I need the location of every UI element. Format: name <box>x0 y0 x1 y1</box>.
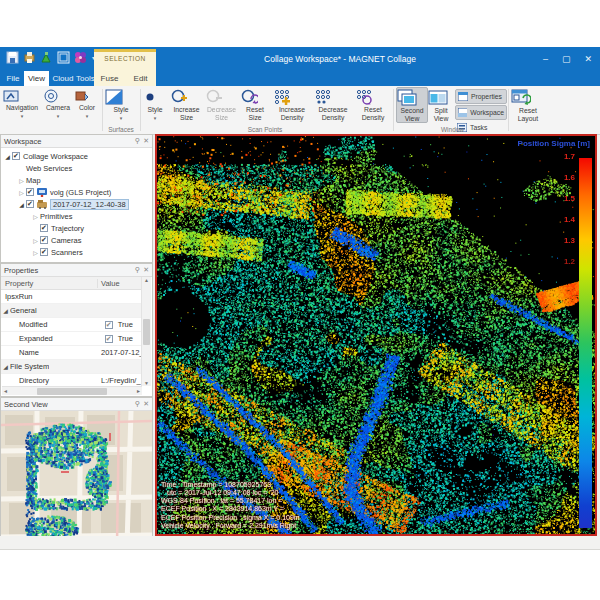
colorbar-tick: 1.4 <box>545 215 575 224</box>
property-row[interactable]: Name 2017-07-12_12-40-38 <box>1 346 142 360</box>
scroll-down-arrow: ▼ <box>144 380 149 386</box>
pin-icon[interactable]: ⚲ <box>135 400 140 408</box>
scroll-left-arrow: ◄ <box>3 388 8 394</box>
second-view-panel-title: Second View <box>4 400 132 409</box>
scroll-thumb <box>143 319 150 345</box>
maximize-button[interactable]: ▢ <box>562 54 571 64</box>
decrease-density-icon <box>314 89 352 105</box>
reset-density-icon <box>355 89 391 105</box>
property-row[interactable]: Expanded ✔True <box>1 332 142 346</box>
close-panel-icon[interactable]: ✕ <box>143 137 149 145</box>
colorbar-tick: 1.3 <box>545 236 575 245</box>
overlay-precision-line: ECEF Position Precision : sigma X = 0.10… <box>161 514 300 522</box>
tab-view[interactable]: View <box>24 71 49 86</box>
tree-item-cameras[interactable]: ▷✔Cameras <box>3 234 152 246</box>
colorbar-gradient <box>579 158 592 528</box>
contextual-gold-bar <box>94 49 156 52</box>
tree-item-run-2017-07-12[interactable]: ◢✔ 2017-07-12_12-40-38 <box>3 198 152 210</box>
vertical-scrollbar[interactable]: ▲▼ <box>141 277 151 386</box>
reset-layout-icon <box>511 89 545 106</box>
scan-points-group-label: Scan Points <box>180 126 350 133</box>
ribbon: Navigation ▾ Camera ▾ Color ▾ Style ▾ S <box>0 86 600 135</box>
window-title: Collage Workspace* - MAGNET Collage <box>160 47 520 71</box>
tree-item-scanners[interactable]: ▷✔Scanners <box>3 246 152 258</box>
navigation-button[interactable]: Navigation ▾ <box>3 88 41 120</box>
overlay-time-line: Time : Timestamp = 108705925763 <box>161 481 300 489</box>
pin-icon[interactable]: ⚲ <box>135 266 140 274</box>
overlay-utc-line: utc = 2017-Jul-12 09:47:08 loc = '20 <box>161 489 300 497</box>
properties-grid-header[interactable]: Property Value <box>1 277 142 290</box>
tab-cloud[interactable]: Cloud <box>50 71 76 86</box>
overlay-velocity-line: Vehicle Velocity : Forward = 2.291m/s Ri… <box>161 522 300 530</box>
scroll-right-arrow: ► <box>136 388 141 394</box>
tree-item-collage-workspace[interactable]: ◢✔Collage Workspace <box>3 150 152 162</box>
pin-icon[interactable]: ⚲ <box>135 137 140 145</box>
contextual-group-label: SELECTION <box>94 55 156 62</box>
point-cloud-canvas[interactable] <box>157 136 595 534</box>
property-group-general[interactable]: ◢General <box>1 304 142 318</box>
color-icon <box>74 89 100 103</box>
surface-style-button[interactable]: Style ▾ <box>105 88 137 122</box>
tree-item-volg-project[interactable]: ▷✔ volg (GLS Project) <box>3 186 152 198</box>
second-view-map[interactable] <box>1 411 152 545</box>
horizontal-scrollbar[interactable]: ◄► <box>2 386 142 395</box>
workspace-panel-title: Workspace <box>4 137 132 146</box>
split-view-button[interactable]: Split View <box>428 88 454 122</box>
column-value: Value <box>97 279 120 288</box>
toggle-workspace[interactable]: Workspace <box>455 105 507 120</box>
project-icon <box>37 188 47 197</box>
increase-density-button[interactable]: Increase Density <box>273 88 311 121</box>
close-panel-icon[interactable]: ✕ <box>143 266 149 274</box>
minimize-button[interactable]: – <box>543 54 548 64</box>
tree-item-map[interactable]: ▷Map <box>3 174 152 186</box>
increase-density-icon <box>273 89 311 105</box>
navigation-icon <box>3 89 41 103</box>
point-style-button[interactable]: Style ▾ <box>142 88 168 122</box>
app-window: ▾ Collage Workspace* - MAGNET Collage – … <box>0 47 600 550</box>
tab-file[interactable]: File <box>3 71 23 86</box>
decrease-size-icon <box>205 89 238 105</box>
reset-size-button[interactable]: Reset Size <box>240 88 270 121</box>
surfaces-group-label: Surfaces <box>96 126 146 133</box>
camera-button[interactable]: Camera ▾ <box>43 88 73 120</box>
tab-fuse[interactable]: Fuse <box>94 71 125 86</box>
workspace-panel: Workspace ⚲ ✕ ◢✔Collage Workspace Web Se… <box>0 134 153 263</box>
close-button[interactable]: ✕ <box>584 54 592 64</box>
save-all-icon[interactable] <box>57 51 70 64</box>
second-view-button[interactable]: Second View <box>396 87 428 123</box>
reset-size-icon <box>240 89 270 105</box>
tree-item-web-services[interactable]: Web Services <box>3 162 152 174</box>
print-icon[interactable] <box>23 51 36 64</box>
reset-density-button[interactable]: Reset Density <box>355 88 391 121</box>
increase-size-button[interactable]: Increase Size <box>170 88 203 121</box>
window-group-label: Window <box>400 126 505 133</box>
overlay-ecef-line: ECEF Position : X = 2843914.863m Y = <box>161 505 300 513</box>
reset-layout-button[interactable]: Reset Layout <box>511 88 545 122</box>
tree-item-primitives[interactable]: ▷Primitives <box>3 210 152 222</box>
surface-style-icon <box>105 89 137 105</box>
main-3d-viewport[interactable]: Position Sigma [m] 1.7 1.6 1.5 1.4 1.3 1… <box>155 134 597 536</box>
tab-edit[interactable]: Edit <box>125 71 156 86</box>
close-panel-icon[interactable]: ✕ <box>143 400 149 408</box>
title-bar: ▾ Collage Workspace* - MAGNET Collage – … <box>0 47 600 71</box>
property-row[interactable]: Modified ✔True <box>1 318 142 332</box>
ribbon-tab-row: File View Cloud Tools <box>0 71 600 86</box>
colorbar-tick: 1.6 <box>545 173 575 182</box>
open-icon[interactable] <box>40 51 53 64</box>
point-style-icon <box>142 89 168 105</box>
colorbar-tick: 1.7 <box>545 152 575 161</box>
tab-tools[interactable]: Tools <box>76 71 94 86</box>
left-panel-column: Workspace ⚲ ✕ ◢✔Collage Workspace Web Se… <box>0 134 153 545</box>
color-button[interactable]: Color ▾ <box>74 88 100 120</box>
second-view-panel: Second View ⚲ ✕ <box>0 397 153 545</box>
camera-icon <box>43 89 73 103</box>
telemetry-overlay: Time : Timestamp = 108705925763 utc = 20… <box>161 481 300 530</box>
property-row[interactable]: IpsxRun <box>1 290 142 304</box>
property-group-file-system[interactable]: ◢File System <box>1 360 142 374</box>
app-clover-icon[interactable] <box>74 51 87 64</box>
toggle-properties[interactable]: Properties <box>455 89 507 104</box>
properties-panel-icon <box>458 92 468 101</box>
decrease-density-button[interactable]: Decrease Density <box>314 88 352 121</box>
save-icon[interactable] <box>6 51 19 64</box>
tree-item-trajectory[interactable]: ✔Trajectory <box>3 222 152 234</box>
